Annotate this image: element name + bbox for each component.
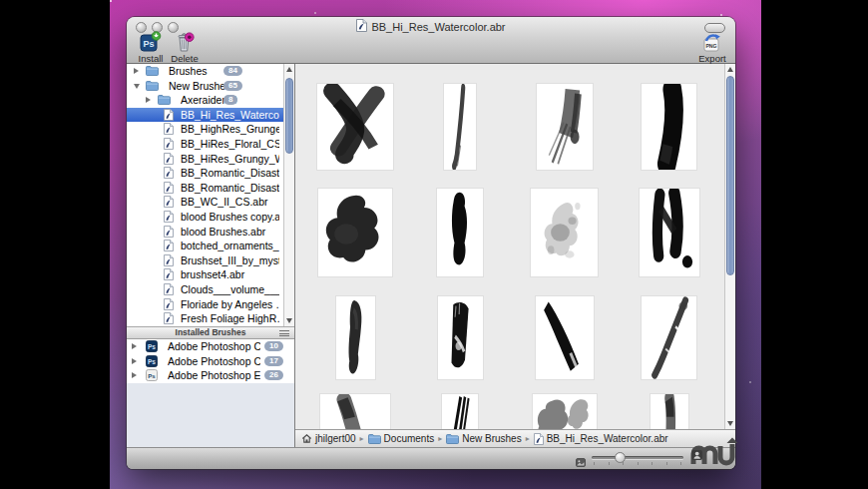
svg-text:Ps: Ps: [148, 357, 156, 364]
disclosure-triangle-collapsed[interactable]: [132, 343, 137, 349]
path-separator-icon: ▸: [360, 434, 364, 443]
disclosure-triangle-expanded[interactable]: [134, 84, 140, 89]
installed-item-adobe-photoshop-cs4[interactable]: PsAdobe Photoshop CS417: [127, 354, 294, 369]
brush-grid-cell: [617, 394, 721, 429]
brush-grid-cell: [617, 189, 721, 276]
brush-thumbnail-strokes-dot[interactable]: [640, 189, 699, 276]
tree-item-label: BB_HighRes_Grunge_…: [181, 122, 279, 137]
brush-thumbnail-bold-stroke[interactable]: [642, 84, 696, 170]
main-scrollbar[interactable]: [724, 64, 735, 429]
sidebar-scroll-up-arrow[interactable]: [284, 64, 294, 75]
brush-grid-cell: [408, 189, 513, 276]
item-count-badge: 8: [223, 95, 237, 105]
main-scroll-down-arrow[interactable]: [725, 418, 735, 429]
tree-item-bb-hires-grungy-wi[interactable]: BB_HiRes_Grungy_Wi…: [127, 152, 294, 167]
brush-thumbnail-thin-diagonal[interactable]: [642, 296, 696, 379]
sidebar-scrollbar-thumb[interactable]: [285, 78, 293, 154]
main-scroll-up-arrow[interactable]: [725, 64, 735, 75]
tree-item-label: Fresh Foliage HighR…: [181, 311, 279, 326]
path-segment-documents[interactable]: Documents: [368, 433, 435, 444]
disclosure-triangle-collapsed[interactable]: [132, 372, 137, 378]
tree-item-bb-romantic-disaste[interactable]: BB_Romantic_Disaste…: [127, 181, 294, 196]
thumbnail-zoom-slider[interactable]: [592, 451, 683, 467]
brush-thumbnail-sketchy-stroke[interactable]: [537, 84, 593, 170]
brush-thumbnail-splatter-pair[interactable]: [533, 394, 597, 429]
installed-item-adobe-photoshop-ele[interactable]: PsAdobe Photoshop Ele…26: [127, 368, 294, 383]
sidebar: Brushes84New Brushes65Axeraider708BB_Hi_…: [127, 64, 295, 447]
path-segment-bb-hi-res-watercolor-abr[interactable]: BB_Hi_Res_Watercolor.abr: [534, 433, 668, 445]
delete-icon: [165, 32, 205, 53]
tree-item-clouds-volume[interactable]: Clouds___volume___…: [127, 282, 294, 297]
brush-grid-cell: [408, 296, 513, 379]
brush-grid-cell: [513, 84, 618, 170]
brush-thumbnail-ink-blob[interactable]: [318, 189, 392, 276]
installed-item-adobe-photoshop-cs3[interactable]: PsAdobe Photoshop CS310: [127, 339, 294, 354]
disclosure-triangle-collapsed[interactable]: [146, 97, 151, 103]
tree-item-botched-ornaments[interactable]: botched_ornaments_…: [127, 239, 294, 253]
installed-brushes-title: Installed Brushes: [176, 327, 246, 337]
main-scrollbar-thumb[interactable]: [726, 76, 734, 275]
brush-thumbnail-faint-splatter[interactable]: [531, 189, 598, 276]
export-label: Export: [692, 53, 732, 64]
sidebar-scrollbar[interactable]: [283, 64, 294, 326]
tree-item-bb-romantic-disaste[interactable]: BB_Romantic_Disaste…: [127, 166, 294, 181]
tree-item-bb-hires-floral-cs3-abr[interactable]: BB_HiRes_Floral_CS3.abr: [127, 137, 294, 152]
tree-item-label: BB_WC_II_CS.abr: [181, 195, 279, 210]
brush-thumbnail-diagonal-stroke[interactable]: [536, 296, 594, 379]
section-grip-icon[interactable]: [279, 330, 289, 336]
brush-thumbnail-thin-stroke[interactable]: [444, 84, 476, 170]
tree-item-floriade-by-angeles[interactable]: Floriade by Angeles …: [127, 297, 294, 312]
tree-item-blood-brushes-copy-abr[interactable]: blood Brushes copy.abr: [127, 210, 294, 225]
brush-thumbnail-striped-strokes[interactable]: [442, 394, 478, 429]
slider-thumb[interactable]: [615, 452, 626, 463]
disclosure-triangle-collapsed[interactable]: [132, 358, 137, 364]
content-area: Brushes84New Brushes65Axeraider708BB_Hi_…: [127, 64, 735, 447]
title-bar: BB_Hi_Res_Watercolor.abr: [187, 19, 675, 34]
folder-icon: [368, 433, 381, 444]
tree-item-label: BB_HiRes_Floral_CS3.abr: [181, 137, 279, 152]
tree-item-brushset-iii-by-myst[interactable]: Brushset_III_by_myst…: [127, 253, 294, 268]
brush-thumbnail-vertical-stroke[interactable]: [651, 394, 688, 429]
tree-item-label: BB_HiRes_Grungy_Wi…: [181, 152, 279, 167]
tree-item-brushset4-abr[interactable]: brushset4.abr: [127, 267, 294, 282]
slider-track[interactable]: [592, 456, 683, 459]
brush-grid-cell: [513, 394, 618, 429]
svg-text:Ps: Ps: [143, 39, 154, 49]
path-segment-jhilgert00[interactable]: jhilgert00: [301, 433, 356, 444]
delete-button[interactable]: Delete: [165, 32, 205, 64]
installed-brushes-header: Installed Brushes: [127, 326, 294, 339]
svg-text:Ps: Ps: [148, 343, 156, 350]
tree-item-brushes[interactable]: Brushes84: [127, 64, 294, 79]
brush-thumbnail-foot-blob[interactable]: [336, 296, 375, 379]
tree-item-new-brushes[interactable]: New Brushes65: [127, 79, 294, 94]
tree-item-label: Clouds___volume___…: [181, 282, 279, 297]
brush-preview-pane: jhilgert00▸Documents▸New Brushes▸BB_Hi_R…: [295, 64, 735, 447]
path-segment-label: Documents: [384, 433, 435, 444]
folder-icon: [446, 433, 459, 444]
tree-item-bb-highres-grunge[interactable]: BB_HighRes_Grunge_…: [127, 122, 294, 137]
delete-label: Delete: [165, 53, 205, 64]
tree-item-bb-hi-res-watercolo[interactable]: BB_Hi_Res_Watercolo…: [127, 108, 294, 123]
tree-item-fresh-foliage-highr[interactable]: Fresh Foliage HighR…: [127, 311, 294, 326]
tree-item-label: botched_ornaments_…: [181, 239, 279, 253]
tree-item-bb-wc-ii-cs-abr[interactable]: BB_WC_II_CS.abr: [127, 195, 294, 210]
brush-thumbnail-textured-stroke[interactable]: [438, 296, 483, 379]
tree-item-axeraider70[interactable]: Axeraider708: [127, 93, 294, 108]
tree-item-label: brushset4.abr: [181, 267, 279, 282]
export-button[interactable]: PNG Export: [692, 32, 732, 64]
thumbnail-size-small-icon: [576, 453, 586, 471]
installed-item-label: Adobe Photoshop CS3: [168, 339, 260, 354]
sidebar-scroll-down-arrow[interactable]: [284, 315, 294, 326]
brush-grid-cell: [303, 394, 408, 429]
disclosure-triangle-collapsed[interactable]: [134, 68, 139, 74]
tree-item-blood-brushes-abr[interactable]: blood Brushes.abr: [127, 225, 294, 240]
item-count-badge: 17: [264, 356, 283, 366]
brush-grid-cell: [303, 189, 408, 276]
brush-grid-cell: [303, 296, 408, 379]
brush-thumbnail-angled-stroke[interactable]: [320, 394, 390, 429]
path-segment-new-brushes[interactable]: New Brushes: [446, 433, 521, 444]
brush-thumbnail-solid-blob[interactable]: [437, 189, 483, 276]
tree-item-label: Brushset_III_by_myst…: [181, 253, 279, 268]
folder-icon: [158, 94, 171, 109]
brush-thumbnail-x-scribble[interactable]: [317, 84, 393, 170]
